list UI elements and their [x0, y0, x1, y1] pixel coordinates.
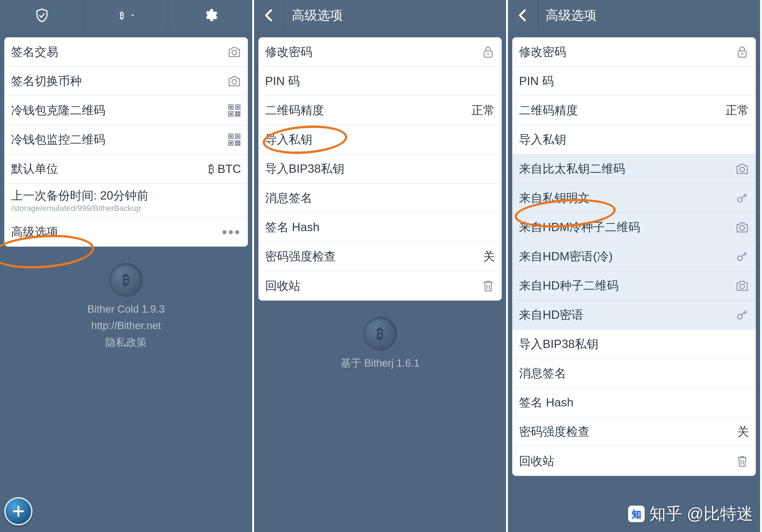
key-icon — [735, 191, 749, 205]
row-import-bip38[interactable]: 导入BIP38私钥 — [512, 330, 756, 359]
coin-badge — [364, 317, 397, 350]
bitcoin-icon — [371, 324, 390, 343]
titlebar: 高级选项 — [508, 0, 760, 31]
label: 导入私钥 — [519, 132, 749, 148]
label: 修改密码 — [519, 44, 735, 60]
row-from-bither-pk-qr[interactable]: 来自比太私钥二维码 — [512, 154, 756, 183]
label: 消息签名 — [519, 366, 749, 381]
titlebar: 高级选项 — [254, 0, 506, 31]
footer-info: Bither Cold 1.9.3 http://Bither.net 隐私政策 — [0, 261, 252, 351]
label: 签名 Hash — [519, 395, 749, 410]
row-from-hd-passphrase[interactable]: 来自HD密语 — [512, 300, 756, 330]
row-password-strength[interactable]: 密码强度检查 关 — [512, 417, 756, 446]
privacy-link[interactable]: 隐私政策 — [0, 334, 252, 351]
row-password-strength[interactable]: 密码强度检查 关 — [259, 242, 502, 271]
camera-icon — [735, 221, 749, 234]
label: 修改密码 — [265, 44, 482, 60]
shield-icon — [35, 8, 49, 23]
label: PIN 码 — [519, 73, 749, 89]
camera-icon — [735, 162, 749, 176]
trash-icon — [735, 454, 749, 468]
bitcoin-icon — [116, 9, 128, 21]
row-from-hdm-cold-seed-qr[interactable]: 来自HDM冷种子二维码 — [512, 213, 756, 242]
label: 签名交易 — [11, 44, 227, 60]
qr-icon — [227, 133, 241, 147]
coin-badge — [110, 263, 143, 296]
backup-path: /storage/emulated/999/BitherBackup — [11, 204, 141, 213]
label: 导入BIP38私钥 — [519, 336, 749, 352]
label: 回收站 — [519, 453, 735, 469]
settings-list: 签名交易 签名切换币种 冷钱包克隆二维码 冷钱包监控二维码 默认单位 ₿ BTC… — [4, 37, 248, 247]
label: 高级选项 — [11, 224, 222, 240]
row-cold-monitor-qr[interactable]: 冷钱包监控二维码 — [4, 125, 248, 154]
label: 默认单位 — [11, 161, 208, 177]
top-tabbar — [0, 0, 252, 31]
row-pin-code[interactable]: PIN 码 — [259, 67, 502, 96]
label: 密码强度检查 — [519, 424, 737, 440]
row-qr-precision[interactable]: 二维码精度 正常 — [259, 96, 502, 125]
row-import-bip38[interactable]: 导入BIP38私钥 — [259, 154, 502, 183]
label: 冷钱包监控二维码 — [11, 132, 227, 148]
url-text[interactable]: http://Bither.net — [0, 317, 252, 334]
row-change-password[interactable]: 修改密码 — [259, 37, 502, 67]
row-message-sign[interactable]: 消息签名 — [259, 183, 502, 213]
row-advanced-options[interactable]: 高级选项 ••• — [4, 217, 248, 246]
bitcoin-icon — [117, 270, 135, 289]
label: 上一次备份时间: 20分钟前 — [11, 188, 148, 204]
label: 二维码精度 — [519, 102, 725, 118]
watermark: 知乎 @比特迷 — [628, 503, 753, 525]
back-button[interactable] — [508, 0, 539, 31]
row-cold-clone-qr[interactable]: 冷钱包克隆二维码 — [4, 96, 248, 125]
row-from-pk-plaintext[interactable]: 来自私钥明文 — [512, 183, 756, 213]
value: 正常 — [725, 102, 749, 118]
watermark-text: 知乎 @比特迷 — [649, 503, 753, 525]
back-button[interactable] — [254, 0, 285, 31]
row-change-password[interactable]: 修改密码 — [512, 37, 756, 67]
row-from-hdm-passphrase-cold[interactable]: 来自HDM密语(冷) — [512, 242, 756, 271]
camera-icon — [227, 74, 241, 88]
add-button[interactable] — [4, 497, 33, 525]
row-sign-tx[interactable]: 签名交易 — [4, 37, 248, 67]
label: 二维码精度 — [265, 102, 472, 118]
row-import-private-key[interactable]: 导入私钥 — [512, 125, 756, 154]
row-sign-hash[interactable]: 签名 Hash — [259, 213, 502, 242]
row-recycle-bin[interactable]: 回收站 — [512, 446, 756, 476]
caret-down-icon — [129, 12, 136, 19]
row-import-private-key[interactable]: 导入私钥 — [259, 125, 502, 154]
footer-info: 基于 Bitherj 1.6.1 — [254, 315, 506, 371]
engine-version: 基于 Bitherj 1.6.1 — [254, 355, 506, 371]
tab-settings-gear[interactable] — [168, 0, 252, 31]
label: 来自私钥明文 — [519, 190, 735, 206]
plus-icon — [11, 504, 26, 518]
label: 来自比太私钥二维码 — [519, 161, 735, 177]
label: 密码强度检查 — [265, 248, 484, 264]
advanced-list: 修改密码 PIN 码 二维码精度 正常 导入私钥 导入BIP38私钥 消息签名 … — [258, 37, 502, 300]
tab-shield[interactable] — [0, 0, 84, 31]
advanced-expanded-list: 修改密码 PIN 码 二维码精度 正常 导入私钥 来自比太私钥二维码 来自私钥明… — [512, 37, 756, 476]
key-icon — [735, 308, 749, 322]
label: 导入私钥 — [265, 132, 495, 148]
row-sign-hash[interactable]: 签名 Hash — [512, 388, 756, 417]
label: 回收站 — [265, 278, 482, 294]
row-default-unit[interactable]: 默认单位 ₿ BTC — [4, 154, 248, 183]
label: 冷钱包克隆二维码 — [11, 102, 227, 118]
row-last-backup[interactable]: 上一次备份时间: 20分钟前 /storage/emulated/999/Bit… — [4, 183, 248, 217]
row-qr-precision[interactable]: 二维码精度 正常 — [512, 96, 756, 125]
unit-value: ₿ BTC — [208, 162, 241, 176]
version-text: Bither Cold 1.9.3 — [0, 301, 252, 317]
more-icon: ••• — [222, 224, 241, 240]
row-recycle-bin[interactable]: 回收站 — [259, 271, 502, 300]
label: 来自HD种子二维码 — [519, 278, 735, 294]
screen-settings: 签名交易 签名切换币种 冷钱包克隆二维码 冷钱包监控二维码 默认单位 ₿ BTC… — [0, 0, 252, 532]
row-pin-code[interactable]: PIN 码 — [512, 67, 756, 96]
label: 消息签名 — [265, 190, 495, 206]
row-from-hd-seed-qr[interactable]: 来自HD种子二维码 — [512, 271, 756, 300]
lock-icon — [735, 45, 749, 59]
row-sign-switch-coin[interactable]: 签名切换币种 — [4, 67, 248, 96]
camera-icon — [735, 279, 749, 293]
value: 关 — [737, 424, 749, 440]
lock-icon — [481, 45, 495, 59]
row-message-sign[interactable]: 消息签名 — [512, 359, 756, 388]
page-title: 高级选项 — [285, 7, 343, 24]
tab-bitcoin[interactable] — [84, 0, 168, 31]
